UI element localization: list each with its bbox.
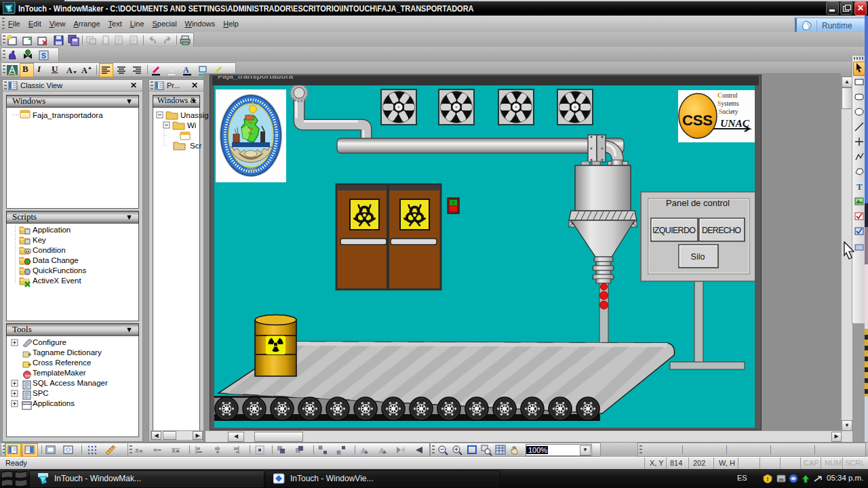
svg-text:CSS: CSS xyxy=(682,112,713,129)
svg-text:Society: Society xyxy=(719,108,738,115)
svg-text:Panel de control: Panel de control xyxy=(666,198,730,208)
svg-text:Control: Control xyxy=(717,92,738,99)
svg-text:S: S xyxy=(41,52,46,60)
svg-text:DERECHO: DERECHO xyxy=(702,226,741,235)
svg-text:Systems: Systems xyxy=(717,100,739,107)
svg-text:IZQUIERDO: IZQUIERDO xyxy=(652,226,696,235)
svg-text:!: ! xyxy=(767,476,769,483)
svg-text:A: A xyxy=(66,66,73,75)
svg-text:A: A xyxy=(183,65,189,75)
svg-text:tm: tm xyxy=(25,373,31,379)
svg-text:1966: 1966 xyxy=(246,167,256,172)
svg-text:A: A xyxy=(81,66,87,75)
svg-text:m: m xyxy=(778,476,783,483)
svg-text:Silo: Silo xyxy=(691,252,705,262)
